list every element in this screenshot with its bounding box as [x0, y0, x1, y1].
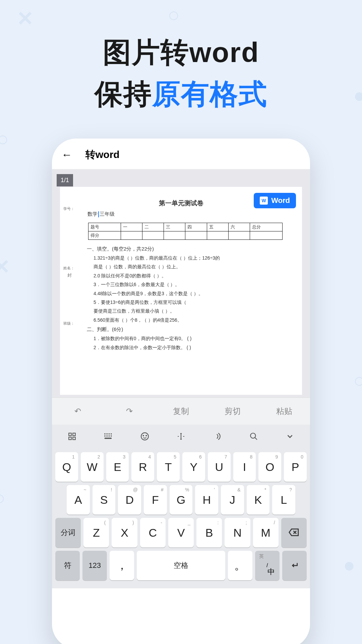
key-p[interactable]: 0P [284, 452, 307, 482]
headline-line-2: 保持原有格式 [0, 75, 362, 113]
table-header-cell: 四 [185, 223, 207, 231]
key-k[interactable]: *K [247, 485, 270, 515]
doc-label-name: 姓名： [63, 266, 74, 271]
key-空格[interactable]: 空格 [137, 551, 225, 580]
table-header-cell: 五 [207, 223, 228, 231]
key-u[interactable]: 7U [208, 452, 231, 482]
svg-rect-0 [69, 433, 71, 436]
text-cursor [98, 211, 99, 217]
key-l[interactable]: ?L [272, 485, 295, 515]
key-符[interactable]: 符 [55, 551, 80, 580]
key-g[interactable]: %G [170, 485, 193, 515]
key-e[interactable]: 3E [106, 452, 129, 482]
key-。[interactable]: 。 [228, 551, 252, 580]
redo-button[interactable]: ↷ [104, 398, 155, 425]
svg-point-14 [143, 435, 143, 436]
question-line: 2．在有余数的除法中，余数一定小于除数。 ( ) [94, 344, 294, 351]
phone-mockup: ← 转word 1/1 W Word 学号： 姓名： 封 班级： 第一单元测试卷… [52, 139, 310, 644]
key-d[interactable]: @D [118, 485, 141, 515]
key-language-toggle[interactable]: 英/中 [255, 551, 280, 580]
app-bar: ← 转word [52, 139, 310, 169]
svg-rect-2 [69, 437, 71, 440]
key-a[interactable]: ~A [67, 485, 90, 515]
key-backspace[interactable] [281, 518, 307, 547]
key-i[interactable]: 8I [233, 452, 256, 482]
doc-label-student-id: 学号： [63, 206, 74, 211]
key-n[interactable]: ;N [225, 518, 250, 547]
keyboard-toolbar [52, 425, 310, 449]
doc-label-class: 班级： [63, 321, 74, 326]
svg-point-6 [109, 433, 110, 435]
key-t[interactable]: 5T [157, 452, 180, 482]
kb-cursor-icon[interactable] [163, 428, 199, 446]
kb-search-icon[interactable] [235, 428, 272, 446]
key-enter[interactable] [282, 551, 307, 580]
question-line: 2.0 除以任何不是0的数都得（ ）。 [94, 272, 294, 279]
table-header-cell: 二 [142, 223, 164, 231]
svg-point-7 [111, 433, 112, 435]
section-2-heading: 二、判断。(6分) [87, 326, 294, 333]
document-page[interactable]: W Word 学号： 姓名： 封 班级： 第一单元测试卷 数学三年级 题号一二三… [60, 187, 302, 395]
key-h[interactable]: 'H [195, 485, 218, 515]
key-x[interactable]: )X [112, 518, 137, 547]
question-line: 商是（ ）位数，商的最高位在（ ）位上。 [94, 263, 294, 270]
table-cell [250, 231, 283, 240]
question-line: 1.321÷3的商是（ ）位数，商的最高位在（ ）位上；126÷3的 [94, 254, 294, 262]
svg-point-11 [111, 435, 112, 437]
key-s[interactable]: !S [93, 485, 116, 515]
key-123[interactable]: 123 [82, 551, 107, 580]
svg-rect-3 [73, 437, 75, 440]
question-line: 要使商是三位数，方框里最小填（ ）。 [94, 307, 294, 315]
table-cell [121, 231, 142, 240]
kb-emoji-icon[interactable] [127, 428, 163, 446]
question-line: 5．要使13÷6的商是两位数，方框里可以填（ [94, 299, 294, 306]
svg-rect-1 [73, 433, 75, 436]
screen-title: 转word [85, 148, 120, 162]
table-cell [164, 231, 185, 240]
key-，[interactable]: ， [110, 551, 134, 580]
key-分词[interactable]: 分词 [55, 518, 81, 547]
svg-point-5 [107, 433, 108, 435]
key-c[interactable]: -C [140, 518, 166, 547]
key-z[interactable]: (Z [83, 518, 109, 547]
svg-point-9 [107, 435, 108, 437]
key-y[interactable]: 6Y [182, 452, 205, 482]
svg-point-13 [141, 433, 148, 440]
export-word-button[interactable]: W Word [254, 193, 296, 208]
key-w[interactable]: 2W [81, 452, 104, 482]
doc-seal-char: 封 [67, 272, 72, 278]
question-line: 4.48除以一个数的商是9，余数是3，这个数是（ ）。 [94, 290, 294, 297]
kb-keyboard-icon[interactable] [90, 428, 126, 446]
table-header-cell: 六 [229, 223, 250, 231]
kb-apps-icon[interactable] [54, 428, 90, 446]
table-cell [142, 231, 164, 240]
copy-button[interactable]: 复制 [155, 398, 207, 425]
key-r[interactable]: 4R [131, 452, 154, 482]
svg-point-4 [105, 433, 106, 435]
page-indicator: 1/1 [57, 174, 73, 186]
key-q[interactable]: 1Q [55, 452, 78, 482]
svg-rect-12 [105, 438, 112, 439]
soft-keyboard: 1Q2W3E4R5T6Y7U8I9O0P ~A!S@D#F%G'H&J*K?L … [52, 449, 310, 588]
edit-toolbar: ↶ ↷ 复制 剪切 粘贴 [52, 397, 310, 425]
table-header-cell: 一 [121, 223, 142, 231]
key-b[interactable]: :B [196, 518, 222, 547]
kb-voice-icon[interactable] [199, 428, 235, 446]
key-v[interactable]: _V [168, 518, 194, 547]
subject-line[interactable]: 数学三年级 [87, 211, 294, 217]
question-line: 3．一个三位数除以6，余数最大是（ ）。 [94, 281, 294, 288]
key-f[interactable]: #F [144, 485, 167, 515]
table-header-cell: 题号 [88, 223, 121, 231]
undo-button[interactable]: ↶ [52, 398, 104, 425]
word-icon: W [260, 197, 268, 205]
key-j[interactable]: &J [221, 485, 244, 515]
document-viewport[interactable]: 1/1 W Word 学号： 姓名： 封 班级： 第一单元测试卷 数学三年级 题… [52, 169, 310, 397]
back-icon[interactable]: ← [61, 149, 72, 161]
table-row-label: 得分 [88, 231, 121, 240]
key-m[interactable]: /M [253, 518, 279, 547]
key-o[interactable]: 9O [258, 452, 281, 482]
kb-collapse-icon[interactable] [272, 428, 308, 446]
paste-button[interactable]: 粘贴 [258, 398, 310, 425]
cut-button[interactable]: 剪切 [207, 398, 258, 425]
svg-point-16 [250, 433, 255, 438]
